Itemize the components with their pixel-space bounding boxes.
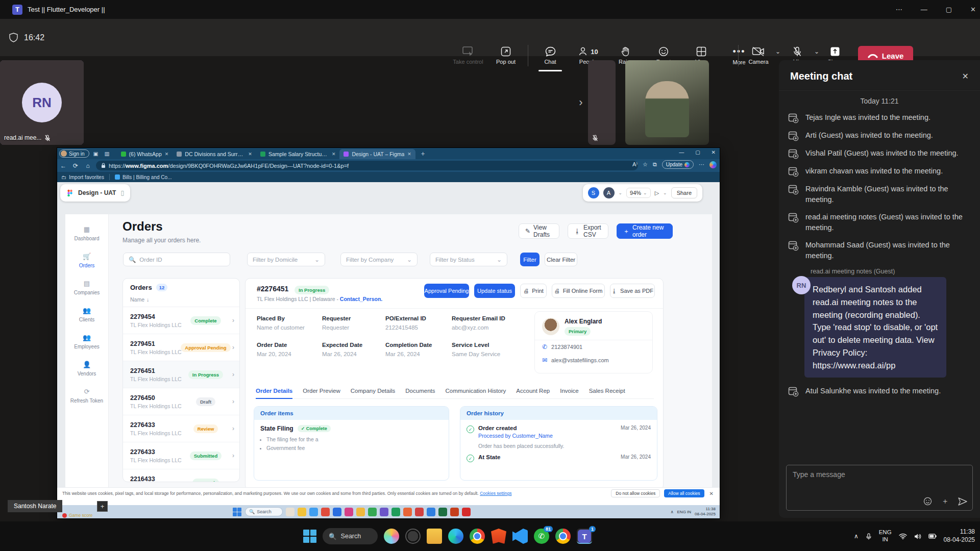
order-row[interactable]: 2276451 TL Flex Holdings LLC In Progress… bbox=[123, 361, 239, 388]
browser-close-icon[interactable]: ✕ bbox=[712, 149, 716, 155]
chevron-right-icon[interactable]: › bbox=[232, 317, 234, 324]
tab-close-icon[interactable]: ✕ bbox=[248, 152, 252, 157]
taskbar-app-icon[interactable] bbox=[403, 508, 412, 516]
taskbar-app-icon[interactable] bbox=[345, 508, 353, 516]
taskbar-app-icon[interactable] bbox=[450, 508, 459, 516]
chevron-down-icon[interactable]: ⌄ bbox=[663, 190, 667, 195]
start-button-icon[interactable] bbox=[303, 530, 316, 543]
chat-message-input[interactable]: Type a message ＋ bbox=[786, 465, 973, 511]
url-field[interactable]: https://www.figma.com/design/9BKQ0FOHRWa… bbox=[96, 161, 638, 170]
filter-company-select[interactable]: Filter by Company⌄ bbox=[340, 253, 418, 266]
wifi-icon[interactable] bbox=[899, 533, 907, 539]
sidebar-item[interactable]: 👤 Vendors bbox=[65, 361, 108, 377]
view-drafts-button[interactable]: ✎View Drafts bbox=[519, 223, 559, 239]
sidebar-item[interactable]: 👥 Clients bbox=[65, 307, 108, 322]
contact-phone[interactable]: 2123874901 bbox=[551, 344, 582, 350]
file-explorer-icon[interactable] bbox=[427, 529, 442, 544]
detail-tab[interactable]: Order Details bbox=[256, 388, 292, 394]
figma-share-button[interactable]: Share bbox=[671, 187, 697, 198]
taskbar-app-icon[interactable] bbox=[391, 508, 400, 516]
participant-tile-partial[interactable] bbox=[588, 60, 616, 145]
figma-file-menu[interactable]: Design - UAT ▯ bbox=[60, 184, 130, 202]
browser-tab[interactable]: Design - UAT – Figma ✕ bbox=[339, 149, 415, 159]
order-row[interactable]: 2276450 TL Flex Holdings LLC Draft › bbox=[123, 388, 239, 415]
detail-tab[interactable]: Order Preview bbox=[303, 388, 340, 394]
detail-tab[interactable]: Documents bbox=[405, 388, 435, 394]
edge-icon[interactable] bbox=[448, 529, 463, 544]
start-icon[interactable] bbox=[233, 508, 241, 516]
allow-cookies-button[interactable]: Allow all cookies bbox=[664, 489, 704, 497]
whatsapp-icon[interactable]: ✆ 81 bbox=[534, 529, 549, 544]
back-icon[interactable]: ← bbox=[57, 162, 69, 169]
update-status-button[interactable]: Update status bbox=[474, 284, 515, 298]
emoji-icon[interactable] bbox=[923, 497, 932, 506]
window-maximize-icon[interactable]: ▢ bbox=[946, 6, 952, 13]
taskbar-app-icon[interactable] bbox=[286, 508, 295, 516]
sidebar-item[interactable]: ⟳ Refresh Token bbox=[65, 388, 108, 404]
sidebar-item[interactable]: ▤ Companies bbox=[65, 280, 108, 295]
send-icon[interactable] bbox=[958, 497, 967, 506]
vertical-tabs-icon[interactable]: ▥ bbox=[105, 151, 112, 157]
recall-app-icon[interactable] bbox=[405, 529, 421, 544]
volume-icon[interactable] bbox=[914, 533, 921, 540]
browser-menu-icon[interactable]: ⋯ bbox=[699, 161, 704, 168]
window-close-icon[interactable]: ✕ bbox=[970, 6, 976, 13]
taskbar-app-icon[interactable] bbox=[309, 508, 318, 516]
detail-tab[interactable]: Invoice bbox=[560, 388, 578, 394]
favorite-star-icon[interactable]: ☆ bbox=[643, 161, 648, 168]
figma-zoom-select[interactable]: 94%⌄ bbox=[626, 188, 651, 198]
tray-mic-icon[interactable] bbox=[866, 533, 872, 540]
order-id-search-input[interactable]: 🔍 Order ID bbox=[123, 253, 230, 266]
tab-close-icon[interactable]: ✕ bbox=[332, 152, 336, 157]
mic-options-chevron-icon[interactable]: ⌄ bbox=[814, 48, 819, 55]
save-as-pdf-button[interactable]: ⭳Save as PDF bbox=[610, 284, 655, 298]
taskbar-app-icon[interactable] bbox=[462, 508, 471, 516]
contact-person-link[interactable]: Contact_Person. bbox=[340, 296, 382, 302]
browser-maximize-icon[interactable]: ▢ bbox=[695, 149, 700, 155]
copilot-icon[interactable] bbox=[709, 161, 717, 168]
chevron-right-icon[interactable]: › bbox=[232, 452, 234, 459]
tray-chevron-icon[interactable]: ∧ bbox=[671, 510, 674, 514]
taskbar-app-icon[interactable] bbox=[356, 508, 365, 516]
order-row[interactable]: 2279451 TL Flex Holdings LLC Approval Pe… bbox=[123, 334, 239, 361]
detail-tab[interactable]: Account Rep bbox=[516, 388, 550, 394]
taskbar-app-icon[interactable] bbox=[298, 508, 306, 516]
present-icon[interactable]: ▷ bbox=[655, 190, 659, 196]
read-aloud-icon[interactable]: A⁾ bbox=[632, 161, 638, 168]
tray-chevron-icon[interactable]: ∧ bbox=[854, 533, 859, 540]
new-tab-icon[interactable]: ＋ bbox=[420, 149, 426, 158]
layout-panel-icon[interactable]: ▯ bbox=[120, 189, 124, 196]
taskbar-app-icon[interactable] bbox=[427, 508, 435, 516]
browser-profile-button[interactable]: Sign in bbox=[59, 149, 89, 158]
import-favorites-button[interactable]: 🗀 Import favorites bbox=[61, 174, 104, 180]
home-icon[interactable]: ⌂ bbox=[82, 162, 94, 169]
name-column-header[interactable]: Name bbox=[130, 296, 144, 303]
order-row[interactable]: 2216433 TL Flex Holdings LLC Created › bbox=[123, 469, 239, 482]
browser-tab[interactable]: (6) WhatsApp ✕ bbox=[117, 149, 173, 159]
sidebar-item[interactable]: ▦ Dashboard bbox=[65, 226, 108, 241]
chat-message-list[interactable]: Today 11:21 Tejas Ingle was invited to t… bbox=[779, 90, 980, 465]
detail-tab[interactable]: Company Details bbox=[351, 388, 396, 394]
chevron-right-icon[interactable]: › bbox=[232, 344, 234, 351]
print-button[interactable]: 🖨Print bbox=[520, 284, 547, 298]
tab-close-icon[interactable]: ✕ bbox=[165, 152, 169, 157]
sidebar-item[interactable]: 👥 Employees bbox=[65, 334, 108, 349]
chevron-right-icon[interactable]: › bbox=[232, 371, 234, 378]
teams-taskbar-icon[interactable]: T 1 bbox=[577, 529, 592, 544]
taskbar-app-icon[interactable] bbox=[438, 508, 447, 516]
deny-cookies-button[interactable]: Do not allow cookies bbox=[611, 489, 660, 497]
browser-tab[interactable]: Sample Salary Structure with calc ✕ bbox=[256, 149, 340, 159]
sort-down-icon[interactable]: ↓ bbox=[146, 296, 149, 303]
vscode-icon[interactable] bbox=[512, 529, 528, 544]
create-new-order-button[interactable]: ＋Create new order bbox=[617, 223, 673, 239]
chat-close-icon[interactable]: ✕ bbox=[962, 71, 969, 81]
taskbar-app-icon[interactable] bbox=[380, 508, 388, 516]
brave-icon[interactable] bbox=[491, 529, 506, 544]
taskbar-search-box[interactable]: 🔍 Search bbox=[323, 528, 378, 544]
clear-filter-button[interactable]: Clear Filter bbox=[545, 253, 577, 266]
export-csv-button[interactable]: ⭳Export CSV bbox=[568, 223, 608, 239]
collaborator-avatar[interactable]: S bbox=[588, 187, 599, 198]
chrome-icon[interactable] bbox=[470, 529, 485, 544]
shared-search-box[interactable]: 🔍 Search bbox=[245, 507, 283, 516]
approval-pending-button[interactable]: Approval Pending bbox=[424, 284, 469, 298]
